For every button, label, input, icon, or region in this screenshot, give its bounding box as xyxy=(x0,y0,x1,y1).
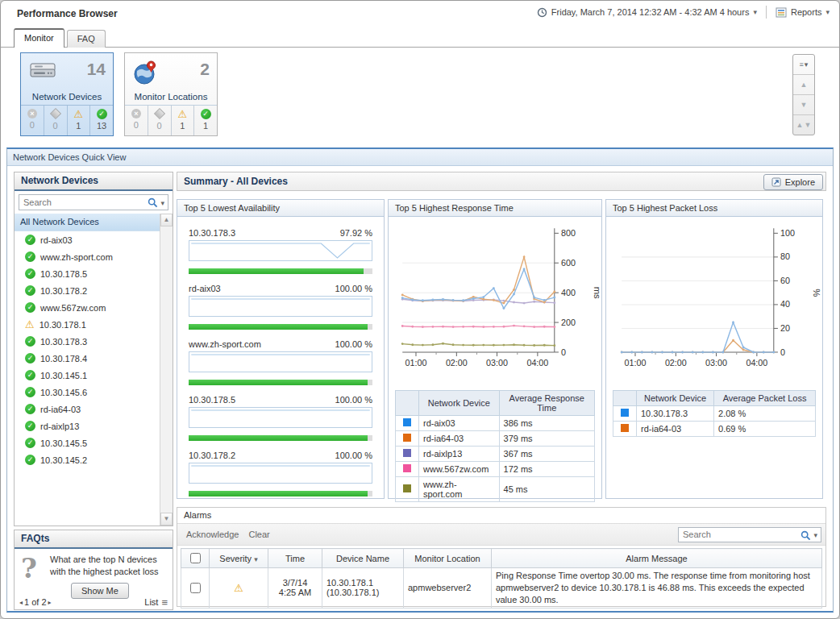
availability-value: 97.92 % xyxy=(340,228,372,238)
tile-sort-menu-button[interactable]: ≡▾ xyxy=(793,55,814,74)
search-icon[interactable] xyxy=(800,530,811,541)
sidebar-device-item[interactable]: 10.30.178.1 xyxy=(15,316,160,333)
sidebar-device-item[interactable]: rd-aixlp13 xyxy=(15,418,160,434)
device-name: 10.30.145.5 xyxy=(40,438,87,448)
sidebar-device-item[interactable]: 10.30.178.5 xyxy=(15,265,160,282)
sidebar-device-item[interactable]: www.567zw.com xyxy=(15,299,160,316)
response-time-chart: 020040060080001:0002:0003:0004:00ms xyxy=(390,222,600,387)
sidebar-device-item[interactable]: 10.30.145.2 xyxy=(15,451,160,468)
device-status-icon xyxy=(25,319,35,330)
sidebar-scrollbar[interactable]: ▲ ▼ xyxy=(160,214,173,526)
device-status-icon xyxy=(25,438,35,448)
value-cell: 0.69 % xyxy=(714,422,816,437)
column-time[interactable]: Time xyxy=(268,549,322,568)
tile-network-devices[interactable]: 14 Network Devices 0 0 1 13 xyxy=(20,52,114,136)
summary-panels: Top 5 Lowest Availability 10.30.178.3 97… xyxy=(177,199,826,499)
alarm-message: Ping Response Time overtop 30.00 ms. The… xyxy=(492,568,822,609)
tile-move-up-button[interactable]: ▲ xyxy=(793,74,814,94)
faq-list-button[interactable]: List ≡ xyxy=(144,596,168,609)
column-alarm-message[interactable]: Alarm Message xyxy=(492,549,822,568)
device-name: 10.30.178.3 xyxy=(40,337,87,347)
reports-menu[interactable]: Reports ▾ xyxy=(776,7,830,18)
availability-device-name: rd-aix03 xyxy=(189,284,221,293)
sidebar-device-item[interactable]: 10.30.145.1 xyxy=(15,367,160,384)
device-name: rd-ia64-03 xyxy=(40,405,81,414)
sidebar-device-item[interactable]: 10.30.145.6 xyxy=(15,384,160,401)
status-fatal: 0 xyxy=(21,106,44,135)
sidebar-device-item[interactable]: rd-ia64-03 xyxy=(15,401,160,418)
summary-header: Summary - All Devices Explore xyxy=(177,172,826,191)
sidebar-device-item[interactable]: 10.30.145.5 xyxy=(15,434,160,451)
tile-move-down-button[interactable]: ▼ xyxy=(793,94,814,114)
alarm-row-checkbox[interactable] xyxy=(190,583,201,593)
pager-prev-icon[interactable]: ◂ xyxy=(19,599,23,606)
unknown-icon xyxy=(50,108,61,119)
sidebar-device-item[interactable]: 10.30.178.2 xyxy=(15,282,160,299)
sidebar-title: Network Devices xyxy=(15,172,173,191)
column-device-name[interactable]: Device Name xyxy=(322,549,404,568)
column-severity[interactable]: Severity ▾ xyxy=(210,549,268,568)
time-range-label: Friday, March 7, 2014 12:32 AM - 4:32 AM… xyxy=(551,7,750,17)
scroll-up-arrow[interactable]: ▲ xyxy=(160,214,173,226)
explore-button[interactable]: Explore xyxy=(763,174,823,190)
tab-monitor[interactable]: Monitor xyxy=(14,28,64,48)
search-options-caret[interactable]: ▾ xyxy=(160,199,164,207)
pager-next-icon[interactable]: ▸ xyxy=(48,599,52,606)
tab-bar: Monitor FAQ xyxy=(1,25,839,48)
device-status-icon xyxy=(25,353,35,364)
device-search-input[interactable] xyxy=(19,194,168,210)
status-unknown: 0 xyxy=(148,106,171,135)
device-name: www.567zw.com xyxy=(40,303,106,313)
alarm-device: 10.30.178.1 (10.30.178.1) xyxy=(322,568,404,609)
scroll-down-arrow[interactable]: ▼ xyxy=(160,513,173,526)
series-color-swatch xyxy=(403,484,411,492)
sidebar-device-item[interactable]: 10.30.178.4 xyxy=(15,350,160,367)
search-options-caret[interactable]: ▾ xyxy=(813,531,817,539)
explore-label: Explore xyxy=(785,177,815,187)
acknowledge-button[interactable]: Acknowledge xyxy=(186,530,239,539)
svg-text:60: 60 xyxy=(780,276,790,285)
sidebar-device-item[interactable]: 10.30.178.3 xyxy=(15,333,160,350)
availability-device-name: www.zh-sport.com xyxy=(189,339,261,349)
tab-faq[interactable]: FAQ xyxy=(67,30,106,48)
availability-sparkline xyxy=(189,296,372,317)
select-all-checkbox[interactable] xyxy=(190,553,201,563)
table-row: www.zh-sport.com 45 ms xyxy=(396,477,595,502)
svg-text:40: 40 xyxy=(780,299,790,309)
column-network-device: Network Device xyxy=(637,391,714,406)
clock-icon xyxy=(537,7,547,18)
time-range-selector[interactable]: Friday, March 7, 2014 12:32 AM - 4:32 AM… xyxy=(537,7,757,18)
device-name: 10.30.145.6 xyxy=(40,388,87,397)
legend-color-column xyxy=(396,391,419,416)
sort-caret-icon: ▾ xyxy=(254,555,258,563)
check-icon xyxy=(97,109,107,119)
device-name-cell: www.567zw.com xyxy=(419,462,500,477)
unknown-icon xyxy=(154,108,165,119)
device-list: All Network Devices rd-aix03 www.zh-spor… xyxy=(15,214,160,526)
panel-title: Top 5 Highest Response Time xyxy=(389,200,601,217)
network-devices-quick-view: Network Devices Quick View Network Devic… xyxy=(6,147,834,613)
clear-button[interactable]: Clear xyxy=(248,530,269,539)
column-monitor-location[interactable]: Monitor Location xyxy=(404,549,492,568)
faq-pager[interactable]: ◂ 1 of 2 ▸ xyxy=(19,597,52,607)
svg-text:400: 400 xyxy=(561,288,576,297)
panel-title: Top 5 Highest Packet Loss xyxy=(606,200,822,217)
response-time-panel: Top 5 Highest Response Time 020040060080… xyxy=(388,199,602,499)
tile-order-button[interactable]: ▲▼ xyxy=(793,114,814,135)
device-name-cell: www.zh-sport.com xyxy=(419,477,500,502)
reports-icon xyxy=(776,7,787,18)
device-name-cell: rd-ia64-03 xyxy=(637,422,714,437)
device-status-icon xyxy=(25,251,35,262)
sidebar-device-item[interactable]: rd-aix03 xyxy=(15,231,160,248)
device-name-cell: 10.30.178.3 xyxy=(637,406,714,422)
list-label: List xyxy=(144,597,158,607)
sidebar-device-item[interactable]: www.zh-sport.com xyxy=(15,248,160,265)
tile-monitor-locations[interactable]: 2 Monitor Locations 0 0 1 1 xyxy=(124,52,218,136)
availability-bar-track xyxy=(189,380,372,385)
search-icon[interactable] xyxy=(148,197,158,208)
alarms-search-input[interactable] xyxy=(678,527,821,542)
sidebar-item-all-network-devices[interactable]: All Network Devices xyxy=(15,214,160,231)
svg-text:04:00: 04:00 xyxy=(746,358,767,368)
value-cell: 2.08 % xyxy=(714,406,816,422)
device-status-icon xyxy=(25,421,35,431)
